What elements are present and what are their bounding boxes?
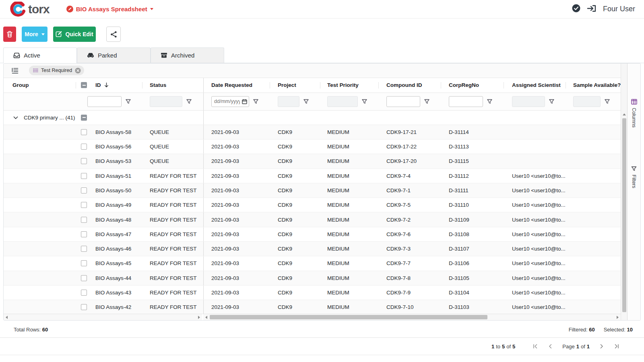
row-checkbox[interactable] xyxy=(81,173,87,179)
scroll-left-icon[interactable] xyxy=(205,316,207,319)
row-checkbox[interactable] xyxy=(81,275,87,281)
column-header-priority[interactable]: Test Priority xyxy=(320,78,379,93)
scroll-right-icon[interactable] xyxy=(198,316,200,319)
filter-corpregno-input[interactable] xyxy=(449,96,483,107)
table-row[interactable]: BIO Assays-42 READY FOR TEST 2021-09-03 … xyxy=(4,300,621,314)
funnel-icon[interactable] xyxy=(605,99,610,104)
funnel-icon[interactable] xyxy=(549,99,554,104)
scroll-up-icon[interactable] xyxy=(623,113,626,115)
document-selector[interactable]: BIO Assays Spreadsheet xyxy=(66,6,153,12)
column-header-date[interactable]: Date Requested xyxy=(204,78,270,93)
table-row[interactable]: BIO Assays-50 READY FOR TEST 2021-09-03 … xyxy=(4,183,621,198)
row-checkbox[interactable] xyxy=(81,246,87,252)
row-checkbox[interactable] xyxy=(81,260,87,266)
tool-panel: Columns Filters xyxy=(627,64,640,320)
funnel-icon[interactable] xyxy=(253,99,258,104)
row-compound-id: CDK9-7-2 xyxy=(379,212,441,226)
table-row[interactable]: BIO Assays-45 READY FOR TEST 2021-09-03 … xyxy=(4,256,621,271)
column-header-status[interactable]: Status xyxy=(142,78,204,93)
row-checkbox[interactable] xyxy=(81,217,87,223)
row-checkbox[interactable] xyxy=(81,187,87,193)
group-checkbox[interactable] xyxy=(81,115,87,121)
close-icon[interactable] xyxy=(75,68,81,74)
total-rows-value: 60 xyxy=(42,327,48,333)
prev-page-button[interactable] xyxy=(548,344,552,349)
row-project: CDK9 xyxy=(270,271,320,285)
delete-button[interactable] xyxy=(3,27,16,42)
table-row[interactable]: BIO Assays-44 READY FOR TEST 2021-09-03 … xyxy=(4,271,621,286)
tool-panel-filters[interactable]: Filters xyxy=(631,166,637,188)
table-row[interactable]: BIO Assays-46 READY FOR TEST 2021-09-03 … xyxy=(4,242,621,256)
filter-id-input[interactable] xyxy=(87,96,122,107)
vertical-scrollbar[interactable] xyxy=(621,64,627,320)
group-chip-test-required[interactable]: Test Required xyxy=(29,66,84,75)
row-sample-available xyxy=(566,300,621,314)
check-circle-icon[interactable] xyxy=(572,4,580,14)
row-status: READY FOR TEST xyxy=(142,183,204,197)
scroll-right-icon[interactable] xyxy=(617,316,619,319)
row-checkbox[interactable] xyxy=(81,231,87,237)
vscrollbar-thumb[interactable] xyxy=(622,118,626,312)
table-row[interactable]: BIO Assays-49 READY FOR TEST 2021-09-03 … xyxy=(4,198,621,212)
column-header-project[interactable]: Project xyxy=(270,78,320,93)
last-page-button[interactable] xyxy=(614,344,619,349)
row-date-requested: 2021-09-03 xyxy=(204,169,270,183)
select-all-checkbox[interactable] xyxy=(81,82,87,88)
row-checkbox[interactable] xyxy=(81,129,87,135)
table-row[interactable]: BIO Assays-56 QUEUE 2021-09-03 CDK9 MEDI… xyxy=(4,140,621,154)
row-date-requested: 2021-09-03 xyxy=(204,212,270,226)
column-header-group[interactable]: Group xyxy=(4,78,76,93)
table-row[interactable]: BIO Assays-47 READY FOR TEST 2021-09-03 … xyxy=(4,227,621,242)
tab-archived[interactable]: Archived xyxy=(151,47,224,63)
row-checkbox[interactable] xyxy=(81,202,87,208)
column-header-scientist[interactable]: Assigned Scientist xyxy=(504,78,566,93)
torx-logo[interactable]: torx xyxy=(10,2,50,17)
row-checkbox[interactable] xyxy=(81,304,87,310)
more-button[interactable]: More xyxy=(22,27,47,42)
row-id: BIO Assays-50 xyxy=(91,183,142,197)
row-checkbox[interactable] xyxy=(81,158,87,164)
table-row[interactable]: BIO Assays-58 QUEUE 2021-09-03 CDK9 MEDI… xyxy=(4,125,621,140)
sign-in-icon[interactable] xyxy=(587,4,597,14)
row-id: BIO Assays-47 xyxy=(91,227,142,241)
first-page-button[interactable] xyxy=(533,344,538,349)
row-compound-id: CDK9-7-7 xyxy=(379,256,441,270)
share-button[interactable] xyxy=(106,27,121,42)
tab-active[interactable]: Active xyxy=(3,47,77,63)
chevron-down-icon[interactable] xyxy=(13,115,18,121)
funnel-icon[interactable] xyxy=(424,99,429,104)
scroll-left-icon[interactable] xyxy=(6,316,8,319)
tab-parked[interactable]: Parked xyxy=(77,47,151,63)
row-checkbox[interactable] xyxy=(81,144,87,150)
row-group-spacer xyxy=(4,169,76,183)
column-header-corpregno[interactable]: CorpRegNo xyxy=(441,78,504,93)
hscrollbar-thumb[interactable] xyxy=(210,315,487,319)
table-row[interactable]: BIO Assays-43 READY FOR TEST 2021-09-03 … xyxy=(4,286,621,300)
selected-count: Selected: 10 xyxy=(604,327,633,333)
quick-edit-button[interactable]: Quick Edit xyxy=(53,27,96,42)
main-hscrollbar[interactable] xyxy=(203,314,621,320)
filter-compound-input[interactable] xyxy=(386,96,420,107)
funnel-icon[interactable] xyxy=(303,99,309,104)
tool-panel-columns[interactable]: Columns xyxy=(631,99,637,128)
column-header-sample[interactable]: Sample Available? xyxy=(566,78,621,93)
funnel-icon[interactable] xyxy=(487,99,492,104)
filtered-value: 60 xyxy=(589,327,594,333)
funnel-icon[interactable] xyxy=(186,99,192,104)
funnel-icon[interactable] xyxy=(126,99,131,104)
column-header-id[interactable]: ID xyxy=(91,78,142,93)
table-row[interactable]: BIO Assays-51 READY FOR TEST 2021-09-03 … xyxy=(4,169,621,183)
pinned-hscrollbar[interactable] xyxy=(4,314,203,320)
column-header-compound[interactable]: Compound ID xyxy=(379,78,441,93)
archive-icon xyxy=(161,52,167,58)
next-page-button[interactable] xyxy=(600,344,604,349)
row-project: CDK9 xyxy=(270,154,320,168)
group-row[interactable]: CDK9 primary ... (41) xyxy=(4,111,621,125)
row-checkbox[interactable] xyxy=(81,290,87,296)
funnel-icon[interactable] xyxy=(362,99,367,104)
table-row[interactable]: BIO Assays-53 QUEUE 2021-09-03 CDK9 MEDI… xyxy=(4,154,621,169)
user-name[interactable]: Four User xyxy=(603,5,635,13)
list-indent-icon[interactable] xyxy=(12,68,19,74)
table-row[interactable]: BIO Assays-48 READY FOR TEST 2021-09-03 … xyxy=(4,212,621,227)
calendar-icon[interactable] xyxy=(242,99,247,104)
